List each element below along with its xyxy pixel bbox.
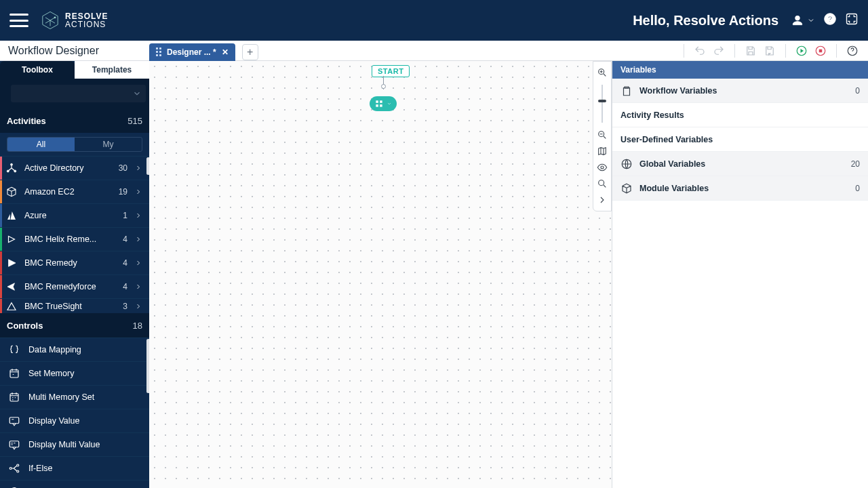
segment-all[interactable]: All: [7, 138, 75, 151]
chevron-right-icon: [134, 188, 142, 196]
zoom-in-button[interactable]: [595, 66, 609, 79]
designer-tab[interactable]: Designer ... * ✕: [149, 43, 235, 61]
activity-label: Amazon EC2: [24, 187, 107, 197]
activity-item[interactable]: BMC Remedyforce 4: [0, 274, 149, 298]
svg-point-10: [11, 163, 13, 165]
globe-icon: [620, 158, 633, 170]
variables-row-workflow[interactable]: Workflow Variables 0: [612, 79, 868, 103]
start-node[interactable]: [370, 96, 397, 111]
activity-label: BMC Remedy: [24, 258, 107, 268]
fullscreen-button[interactable]: [845, 12, 859, 28]
canvas-tools: [593, 61, 612, 211]
activity-count: 3: [114, 302, 127, 311]
activity-count: 1: [114, 211, 127, 220]
control-item[interactable]: While: [0, 480, 149, 488]
logo[interactable]: RESOLVE ACTIONS: [41, 11, 108, 30]
minimap-button[interactable]: [595, 144, 609, 158]
help-icon: ?: [823, 12, 837, 26]
control-label: Display Value: [28, 416, 80, 426]
control-item[interactable]: Data Mapping: [0, 338, 149, 361]
activity-item[interactable]: Amazon EC2 19: [0, 180, 149, 203]
start-label: START: [372, 65, 410, 77]
variables-row-global[interactable]: Global Variables 20: [612, 152, 868, 176]
svg-rect-21: [380, 100, 382, 103]
svg-rect-16: [9, 441, 19, 447]
control-label: If-Else: [28, 464, 52, 473]
control-item[interactable]: If-Else: [0, 456, 149, 480]
toolbar-help-button[interactable]: [846, 45, 859, 57]
stop-button[interactable]: [814, 45, 827, 57]
activity-item[interactable]: Azure 1: [0, 203, 149, 227]
activity-item[interactable]: BMC Remedy 4: [0, 251, 149, 274]
undo-icon: [694, 45, 706, 57]
designer-tab-label: Designer ... *: [167, 47, 216, 57]
variables-row-userdef[interactable]: User-Defined Variables: [612, 127, 868, 152]
activities-filter-segment: All My: [7, 137, 142, 152]
variables-row-module[interactable]: Module Variables 0: [612, 176, 868, 201]
activities-header[interactable]: Activities 515: [0, 108, 149, 133]
cube-icon: [620, 182, 633, 195]
save-button[interactable]: [745, 45, 757, 57]
undo-button[interactable]: [694, 45, 706, 57]
redo-icon: [713, 45, 725, 57]
variables-row-activity[interactable]: Activity Results: [612, 103, 868, 127]
controls-count: 18: [133, 321, 142, 331]
control-item[interactable]: Multi Memory Set: [0, 385, 149, 409]
reply-icon: [5, 281, 18, 293]
svg-rect-23: [380, 104, 382, 107]
start-connector[interactable]: [381, 84, 386, 89]
control-label: Data Mapping: [28, 345, 81, 354]
activity-label: Active Directory: [24, 163, 107, 173]
tab-toolbox[interactable]: Toolbox: [0, 61, 75, 79]
control-item[interactable]: Display Value: [0, 409, 149, 432]
controls-header-label: Controls: [7, 321, 43, 331]
zoom-slider[interactable]: [601, 85, 603, 123]
activity-label: BMC TrueSight: [24, 302, 107, 311]
active-directory-icon: [5, 162, 18, 174]
zoom-out-button[interactable]: [595, 128, 609, 142]
close-tab-button[interactable]: ✕: [222, 47, 229, 57]
activity-item[interactable]: BMC TrueSight 3: [0, 298, 149, 313]
variables-panel-header: Variables: [612, 61, 868, 79]
chevron-down-icon: [132, 89, 142, 98]
activity-item[interactable]: BMC Helix Reme... 4: [0, 227, 149, 251]
chevron-right-icon: [134, 302, 142, 310]
svg-rect-15: [9, 418, 19, 424]
add-tab-button[interactable]: +: [242, 44, 258, 60]
chevron-right-icon: [597, 195, 608, 205]
chevron-right-icon: [134, 211, 142, 220]
sidebar-search-input[interactable]: [11, 85, 146, 102]
user-menu[interactable]: [791, 14, 815, 27]
help-button[interactable]: ?: [823, 12, 837, 28]
activity-label: BMC Helix Reme...: [24, 235, 107, 244]
redo-button[interactable]: [713, 45, 725, 57]
save-as-button[interactable]: [764, 45, 776, 57]
activity-item[interactable]: Active Directory 30: [0, 156, 149, 180]
menu-button[interactable]: [9, 14, 28, 27]
help-circle-icon: [846, 45, 859, 57]
control-item[interactable]: Display Multi Value: [0, 432, 149, 456]
activity-count: 19: [114, 187, 127, 197]
find-button[interactable]: [595, 177, 609, 190]
control-item[interactable]: Set Memory: [0, 361, 149, 385]
variables-row-label: Activity Results: [620, 110, 684, 120]
clipboard-icon: [620, 85, 633, 97]
search-icon: [597, 178, 608, 189]
svg-point-27: [599, 180, 604, 186]
segment-my[interactable]: My: [75, 138, 142, 151]
controls-header[interactable]: Controls 18: [0, 313, 149, 338]
run-button[interactable]: [795, 45, 808, 57]
logo-mark-icon: [41, 11, 60, 30]
workflow-canvas[interactable]: START: [149, 61, 612, 488]
variables-panel: Variables Workflow Variables 0 Activity …: [612, 61, 868, 488]
variables-row-label: Workflow Variables: [639, 86, 848, 96]
zoom-slider-thumb[interactable]: [598, 100, 606, 102]
view-button[interactable]: [595, 161, 609, 174]
collapse-tools-button[interactable]: [595, 193, 609, 207]
variables-row-label: Global Variables: [639, 159, 844, 169]
svg-rect-14: [10, 394, 18, 401]
svg-point-19: [17, 470, 19, 472]
activities-list: Active Directory 30 Amazon EC2 19 Azure …: [0, 156, 149, 313]
grid-icon: [374, 99, 384, 108]
tab-templates[interactable]: Templates: [75, 61, 149, 79]
